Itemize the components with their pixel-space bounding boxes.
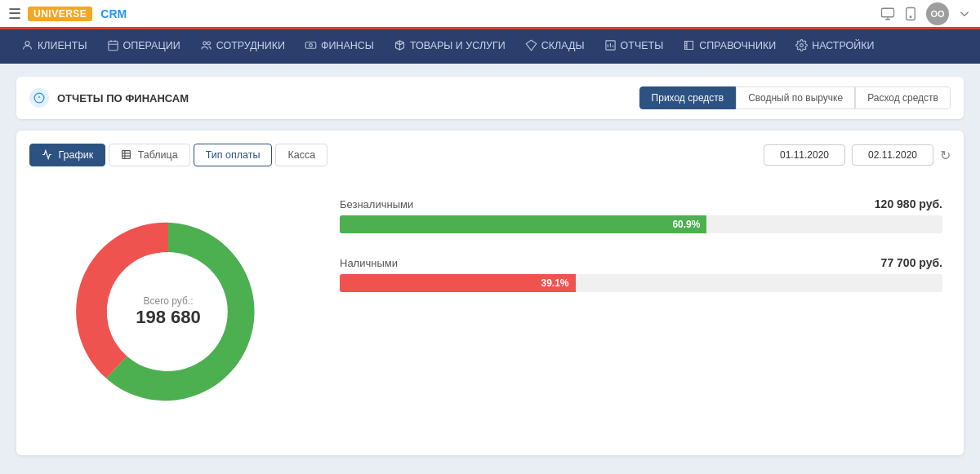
reports-header: ОТЧЕТЫ ПО ФИНАНСАМ Приход средств Сводны… <box>16 77 964 119</box>
chart-tab-row: График Таблица Тип оплаты Касса ↻ <box>29 144 951 166</box>
svg-rect-4 <box>108 42 117 51</box>
reports-header-title: ОТЧЕТЫ ПО ФИНАНСАМ <box>57 92 639 104</box>
tab-kassa[interactable]: Касса <box>275 144 327 166</box>
nav-item-clients[interactable]: КЛИЕНТЫ <box>13 29 96 64</box>
nav-item-operations[interactable]: ОПЕРАЦИИ <box>99 29 189 64</box>
nav-item-finance[interactable]: ФИНАНСЫ <box>296 29 382 64</box>
person-icon <box>21 39 33 51</box>
progress-bar-noncash-fill: 60.9% <box>340 215 706 233</box>
chevron-down-icon[interactable] <box>957 7 972 21</box>
top-bar-icons: ОО <box>880 2 972 25</box>
date-controls: ↻ <box>764 144 951 166</box>
svg-point-2 <box>910 16 911 18</box>
donut-chart-container: Всего руб.: 198 680 <box>29 181 307 442</box>
money-icon <box>305 39 317 51</box>
tab-summary[interactable]: Сводный по выручке <box>736 86 855 109</box>
date-from[interactable] <box>764 144 845 166</box>
chart-area: Всего руб.: 198 680 Безналичными 120 980… <box>29 181 951 442</box>
phone-icon[interactable] <box>903 7 918 21</box>
donut-center-circle <box>109 252 228 371</box>
logo-crm: CRM <box>100 7 127 20</box>
svg-rect-7 <box>305 42 316 49</box>
svg-point-6 <box>207 42 210 45</box>
book-icon <box>683 39 695 51</box>
hamburger-icon[interactable]: ☰ <box>8 5 21 23</box>
monitor-icon[interactable] <box>880 7 895 21</box>
svg-point-10 <box>800 44 804 47</box>
content: ОТЧЕТЫ ПО ФИНАНСАМ Приход средств Сводны… <box>0 64 980 468</box>
svg-rect-0 <box>882 8 894 17</box>
main-card: График Таблица Тип оплаты Касса ↻ <box>16 131 964 455</box>
progress-bar-cash-fill: 39.1% <box>340 274 576 292</box>
nav-item-warehouses[interactable]: СКЛАДЫ <box>517 29 593 64</box>
svg-rect-12 <box>122 151 131 159</box>
svg-point-8 <box>310 44 313 47</box>
progress-bar-cash-bg: 39.1% <box>340 274 942 292</box>
top-bar: ☰ UNIVERSE CRM ОО <box>0 0 980 29</box>
nav-bar: КЛИЕНТЫ ОПЕРАЦИИ СОТРУДНИКИ ФИНАНСЫ ТОВА… <box>0 29 980 64</box>
chart-icon <box>604 39 617 51</box>
svg-point-5 <box>203 42 206 45</box>
calendar-icon <box>107 39 119 51</box>
tab-graph[interactable]: График <box>29 144 105 166</box>
legend-item-noncash: Безналичными 120 980 руб. 60.9% <box>340 197 942 233</box>
tab-table[interactable]: Таблица <box>109 144 190 166</box>
people-icon <box>200 39 212 51</box>
nav-item-reports[interactable]: ОТЧЕТЫ <box>596 29 672 64</box>
legend-area: Безналичными 120 980 руб. 60.9% Наличным… <box>323 181 951 442</box>
reports-header-icon <box>29 88 49 108</box>
report-type-tabs: Приход средств Сводный по выручке Расход… <box>639 86 951 109</box>
svg-point-3 <box>25 42 29 46</box>
tab-payment-type[interactable]: Тип оплаты <box>194 144 273 166</box>
tab-income[interactable]: Приход средств <box>639 86 737 109</box>
nav-item-settings[interactable]: НАСТРОЙКИ <box>787 29 882 64</box>
nav-item-goods[interactable]: ТОВАРЫ И УСЛУГИ <box>385 29 514 64</box>
svg-rect-1 <box>906 7 915 20</box>
date-to[interactable] <box>852 144 933 166</box>
progress-bar-noncash-bg: 60.9% <box>340 215 942 233</box>
avatar[interactable]: ОО <box>926 2 949 25</box>
logo-badge: UNIVERSE <box>28 7 92 21</box>
nav-item-employees[interactable]: СОТРУДНИКИ <box>192 29 293 64</box>
refresh-button[interactable]: ↻ <box>940 148 951 163</box>
gear-icon <box>795 39 808 51</box>
tab-expense[interactable]: Расход средств <box>855 86 951 109</box>
nav-item-handbooks[interactable]: СПРАВОЧНИКИ <box>675 29 784 64</box>
donut-chart-svg <box>54 197 283 426</box>
legend-item-cash: Наличными 77 700 руб. 39.1% <box>340 256 942 292</box>
diamond-icon <box>525 39 537 51</box>
package-icon <box>394 39 406 51</box>
